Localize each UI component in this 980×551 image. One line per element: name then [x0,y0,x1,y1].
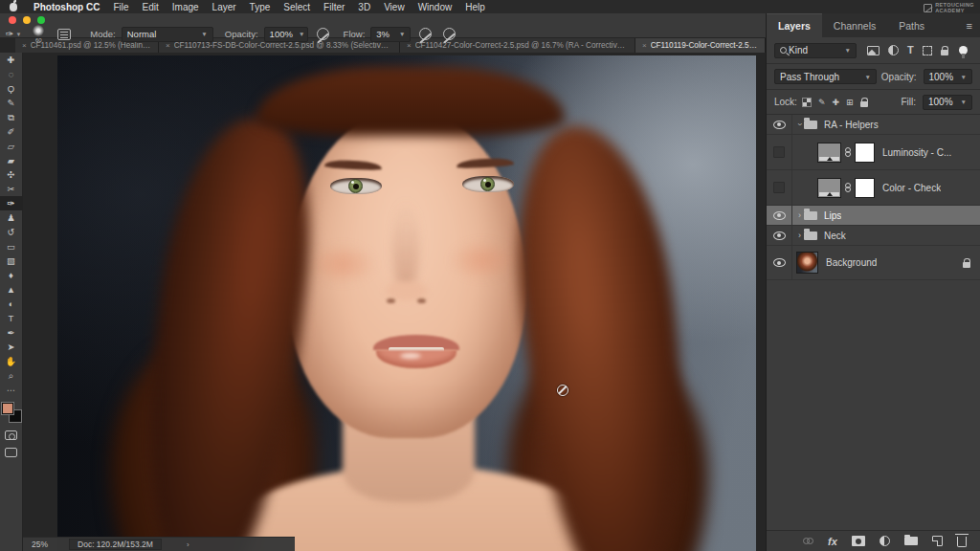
lock-artboard-icon[interactable]: ⊞ [846,98,854,107]
screen-mode-button[interactable] [5,448,17,457]
zoom-window-button[interactable] [37,16,45,24]
menu-select[interactable]: Select [277,2,317,12]
quick-mask-button[interactable] [5,430,17,440]
menu-window[interactable]: Window [412,2,459,12]
lock-pixels-icon[interactable]: ✎ [818,98,826,107]
document-size-info[interactable]: Doc: 120.2M/153.2M [69,539,162,550]
filter-shape-layers-icon[interactable] [923,46,932,55]
pattern-stamp-tool[interactable]: ✣ [0,167,23,182]
zoom-level[interactable]: 25% [32,540,48,549]
group-expand-chevron[interactable]: › [798,210,801,220]
menu-edit[interactable]: Edit [136,2,166,12]
spot-healing-brush-tool[interactable]: ▱ [0,139,23,153]
edit-toolbar-button[interactable]: ⋯ [0,383,23,397]
lasso-tool[interactable]: Ϙ [0,81,23,96]
filter-pixel-layers-icon[interactable] [867,46,880,55]
layer-mask-thumbnail[interactable] [855,178,875,198]
layer-row-color-check[interactable]: Color - Check [767,170,980,206]
group-expand-chevron[interactable]: › [795,123,805,126]
healing-brush-tool[interactable]: ▰ [0,153,23,167]
menu-file[interactable]: File [106,2,135,12]
background-layer-thumbnail[interactable] [796,252,818,274]
eraser-tool[interactable]: ▭ [0,239,23,253]
panel-menu-icon[interactable]: ≡ [967,20,972,32]
blend-mode-select[interactable]: Normal▼ [122,27,213,42]
menu-layer[interactable]: Layer [206,2,243,12]
layer-blend-mode-select[interactable]: Pass Through▼ [774,69,877,84]
type-tool[interactable]: T [0,311,23,325]
blur-tool[interactable]: ♦ [0,268,23,282]
filter-smart-objects-icon[interactable] [941,50,948,55]
filter-adjustment-layers-icon[interactable] [888,45,899,55]
layer-mask-thumbnail[interactable] [855,143,875,163]
sharpen-tool[interactable]: ▲ [0,282,23,297]
minimize-window-button[interactable] [23,16,31,24]
filtering-toggle-switch[interactable] [959,46,968,55]
new-layer-icon[interactable] [932,536,943,546]
zoom-tool[interactable]: ⌕ [0,368,23,383]
tab-channels[interactable]: Channels [822,13,887,37]
move-tool[interactable]: ✚ [0,53,23,67]
hand-tool[interactable]: ✋ [0,354,23,368]
tab-paths[interactable]: Paths [887,13,936,37]
active-tool-indicator[interactable]: ✑ ▼ [6,29,21,39]
layer-style-fx-icon[interactable]: fx [828,536,837,547]
brush-preset-picker[interactable]: 60 [33,25,44,43]
brush-tool-selected[interactable]: ✑ [0,196,23,210]
close-window-button[interactable] [9,16,16,24]
lock-all-icon[interactable] [860,101,868,107]
adjustment-layer-thumbnail[interactable] [817,143,841,163]
layer-row-neck[interactable]: › Neck [767,226,980,246]
gradient-tool[interactable]: ▧ [0,253,23,268]
airbrush-icon[interactable] [419,28,432,40]
filter-kind-select[interactable]: Kind▼ [774,43,857,58]
foreground-color-swatch[interactable] [2,403,13,414]
path-selection-tool[interactable]: ➤ [0,340,23,354]
menu-help[interactable]: Help [458,2,492,12]
toggle-brush-panel-button[interactable] [57,29,71,40]
pen-tool[interactable]: ✒ [0,325,23,340]
adjustment-layer-thumbnail[interactable] [817,178,841,198]
dodge-tool[interactable]: ◐ [0,297,23,311]
pressure-opacity-icon[interactable] [317,28,329,40]
menu-filter[interactable]: Filter [317,2,351,12]
layer-fill-select[interactable]: 100%▼ [923,95,972,110]
layer-opacity-select[interactable]: 100%▼ [924,69,973,84]
visibility-eye-empty[interactable] [773,182,785,193]
flow-select[interactable]: 3%▼ [370,27,411,42]
menu-image[interactable]: Image [166,2,206,12]
group-expand-chevron[interactable]: › [798,231,801,240]
layer-row-luminosity-check[interactable]: Luminosity - C... [767,135,980,170]
scissors-tool[interactable]: ✂ [0,182,23,196]
eyedropper-tool[interactable]: ✐ [0,124,23,139]
delete-layer-icon[interactable] [957,537,967,547]
pressure-size-icon[interactable] [443,28,456,40]
layer-row-background[interactable]: Background [767,246,980,280]
marquee-tool[interactable]: ◌ [0,67,23,81]
add-layer-mask-icon[interactable] [852,536,865,546]
crop-tool[interactable]: ⧉ [0,110,23,124]
apple-menu-icon[interactable] [10,3,17,11]
new-group-icon[interactable] [904,537,918,545]
lock-transparency-icon[interactable] [802,98,812,107]
menu-view[interactable]: View [377,2,412,12]
history-brush-tool[interactable]: ↺ [0,225,23,239]
layer-row-lips-selected[interactable]: › Lips [767,206,980,226]
quick-selection-tool[interactable]: ✎ [0,96,23,110]
visibility-eye-icon[interactable] [773,121,786,129]
filter-type-layers-icon[interactable]: T [907,45,914,55]
menu-type[interactable]: Type [243,2,278,12]
clone-stamp-tool[interactable]: ♟ [0,210,23,225]
new-adjustment-layer-icon[interactable] [880,536,890,546]
visibility-eye-empty[interactable] [773,146,785,158]
status-chevron-icon[interactable]: › [187,540,189,549]
visibility-eye-icon[interactable] [773,258,786,267]
menu-photoshop[interactable]: Photoshop CC [27,2,106,12]
lock-position-icon[interactable]: ✚ [832,98,839,107]
opacity-select[interactable]: 100%▼ [264,27,308,42]
visibility-eye-icon[interactable] [773,231,786,240]
tab-layers[interactable]: Layers [767,13,822,37]
menu-3d[interactable]: 3D [351,2,377,12]
layer-row-ra-helpers[interactable]: › RA - Helpers [767,115,980,135]
document-image-portrait[interactable] [57,55,756,551]
